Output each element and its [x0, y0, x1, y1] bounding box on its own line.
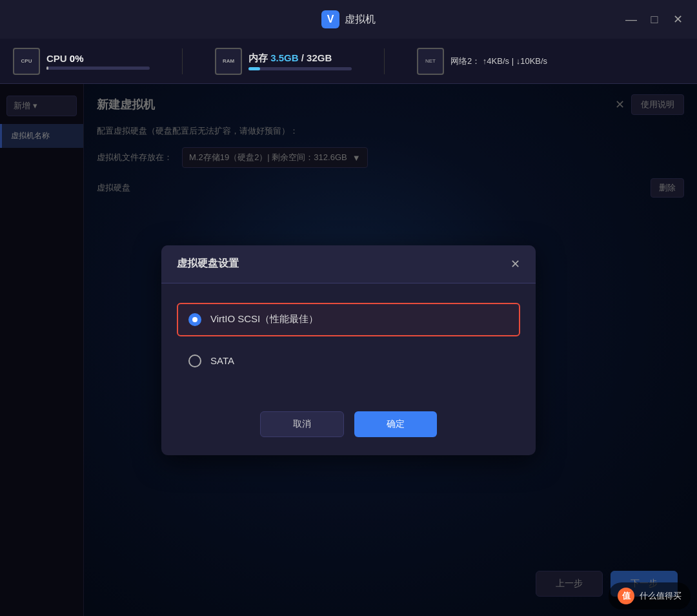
virtio-label: VirtIO SCSI（性能最佳） — [210, 313, 318, 325]
cpu-stat: CPU CPU 0% — [13, 48, 150, 75]
app-title: 虚拟机 — [345, 13, 376, 26]
cpu-info: CPU 0% — [46, 53, 150, 70]
confirm-button[interactable]: 确定 — [354, 411, 437, 437]
ram-stat: RAM 内存 3.5GB / 32GB — [215, 48, 352, 75]
watermark-text: 什么值得买 — [640, 590, 682, 602]
maximize-button[interactable]: □ — [648, 14, 661, 25]
net-info: 网络2： ↑4KB/s | ↓10KB/s — [450, 56, 547, 67]
net-icon: NET — [417, 48, 444, 75]
main-content: 新增 ▾ 虚拟机名称 新建虚拟机 ✕ 使用说明 配置虚拟硬盘（硬盘配置后无法扩容… — [0, 84, 697, 616]
cpu-label: CPU 0% — [46, 53, 150, 64]
ram-info: 内存 3.5GB / 32GB — [248, 52, 352, 70]
sata-label: SATA — [210, 355, 234, 366]
ram-bar-fill — [248, 67, 260, 70]
close-button[interactable]: ✕ — [671, 14, 684, 25]
virtual-disk-dialog: 虚拟硬盘设置 ✕ VirtIO SCSI（性能最佳） SATA — [161, 245, 536, 455]
watermark: 值 什么值得买 — [609, 582, 691, 610]
sata-radio — [188, 354, 201, 367]
virtio-radio — [188, 313, 201, 326]
ram-icon: RAM — [215, 48, 242, 75]
virtio-option[interactable]: VirtIO SCSI（性能最佳） — [177, 303, 520, 336]
net-stat: NET 网络2： ↑4KB/s | ↓10KB/s — [417, 48, 547, 75]
dialog-title: 虚拟硬盘设置 — [177, 257, 239, 271]
divider-2 — [384, 48, 385, 74]
cpu-bar-track — [46, 67, 150, 70]
net-upload: ↑4KB/s — [483, 56, 509, 66]
minimize-button[interactable]: — — [625, 14, 638, 25]
dialog-footer: 取消 确定 — [161, 401, 536, 455]
cpu-bar-fill — [46, 67, 48, 70]
title-bar: V 虚拟机 — □ ✕ — [0, 0, 697, 39]
dialog-close-button[interactable]: ✕ — [510, 257, 520, 271]
virtio-radio-dot — [192, 317, 197, 322]
cpu-icon: CPU — [13, 48, 40, 75]
app-icon: V — [321, 10, 339, 28]
sata-option[interactable]: SATA — [177, 344, 520, 378]
cancel-button[interactable]: 取消 — [260, 411, 344, 437]
dialog-body: VirtIO SCSI（性能最佳） SATA — [161, 283, 536, 401]
net-label: 网络2： ↑4KB/s | ↓10KB/s — [450, 56, 547, 67]
divider-1 — [182, 48, 183, 74]
title-controls: — □ ✕ — [625, 14, 684, 25]
title-bar-center: V 虚拟机 — [321, 10, 376, 28]
stats-bar: CPU CPU 0% RAM 内存 3.5GB / 32GB — [0, 39, 697, 84]
dialog-overlay: 虚拟硬盘设置 ✕ VirtIO SCSI（性能最佳） SATA — [0, 84, 697, 616]
watermark-icon: 值 — [618, 588, 634, 604]
ram-total: 32GB — [307, 52, 332, 63]
ram-bar-track — [248, 67, 352, 70]
net-download: ↓10KB/s — [516, 56, 547, 66]
ram-used: 3.5GB — [270, 52, 298, 63]
cpu-value: 0% — [70, 53, 84, 64]
dialog-header: 虚拟硬盘设置 ✕ — [161, 245, 536, 283]
ram-label: 内存 3.5GB / 32GB — [248, 52, 352, 65]
